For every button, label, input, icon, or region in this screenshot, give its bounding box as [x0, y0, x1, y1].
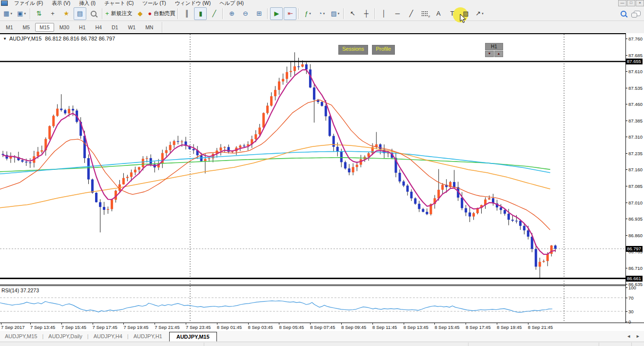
time-axis-label: 8 Sep 13:45	[404, 325, 429, 330]
vertical-line-button[interactable]: │	[377, 7, 390, 20]
crosshair-icon: ┼	[364, 10, 369, 17]
minimize-button[interactable]: —	[618, 0, 626, 6]
dropdown-arrow-icon[interactable]: ▾	[482, 12, 484, 16]
new-chart-icon: ▦	[3, 10, 9, 17]
trendline-button[interactable]: ╱	[405, 7, 417, 20]
toolbar-separator	[267, 8, 268, 19]
menu-item-1[interactable]: 表示 (V)	[47, 0, 75, 6]
timeframe-up-button[interactable]: ▲	[494, 51, 503, 57]
chart-tab-active[interactable]: AUDJPY,M15	[169, 332, 217, 342]
toolbar-separator	[298, 8, 299, 19]
chat-button[interactable]	[631, 7, 644, 20]
new-chart-button[interactable]: ▦▾	[1, 7, 14, 20]
price-tag-86797: 86.797	[626, 246, 643, 252]
timeframe-selector-label: H1	[485, 43, 503, 50]
zoom-in-button[interactable]: ⊕	[225, 7, 238, 20]
terminal-icon: ▤	[77, 10, 83, 17]
chevron-down-icon: ▼	[3, 37, 7, 41]
auto-scroll-button[interactable]: ▶	[270, 7, 283, 20]
chart-tab-1[interactable]: AUDJPY,Daily	[43, 332, 87, 341]
dropdown-arrow-icon[interactable]: ▾	[10, 12, 12, 16]
price-tag-86661: 86.661	[626, 276, 643, 282]
bar-chart-button[interactable]: ║	[180, 7, 193, 20]
market-watch-button[interactable]: ⇅	[33, 7, 45, 20]
fibonacci-icon	[421, 11, 428, 16]
timeframe-h1-button[interactable]: H1	[75, 23, 90, 32]
candlestick-chart-icon: ▮	[199, 10, 202, 17]
text-icon: A	[436, 10, 441, 17]
close-button[interactable]: ×	[636, 0, 644, 6]
rsi-tick-label: 30	[628, 309, 634, 314]
templates-button[interactable]: ▨▾	[329, 7, 341, 20]
tabs-scroll-left-button[interactable]: ◄	[626, 334, 631, 339]
timeframe-m1-button[interactable]: M1	[1, 23, 18, 32]
timeframe-d1-button[interactable]: D1	[107, 23, 122, 32]
dropdown-arrow-icon[interactable]: ▾	[24, 12, 26, 16]
rsi-tick-label: 0	[628, 319, 631, 325]
zoom-out-button[interactable]: ⊖	[239, 7, 252, 20]
time-axis-label: 8 Sep 01:45	[217, 325, 242, 330]
window-controls: —□×	[618, 0, 644, 6]
arrows-button[interactable]: ↗▾	[473, 7, 486, 20]
timeframe-mn-button[interactable]: MN	[141, 23, 157, 32]
timeframe-down-button[interactable]: ▼	[485, 51, 494, 57]
menu-item-4[interactable]: ツール (T)	[138, 0, 170, 6]
timeframe-h4-button[interactable]: H4	[91, 23, 106, 32]
metaeditor-button[interactable]: ◆	[134, 7, 147, 20]
menu-item-6[interactable]: ヘルプ (H)	[215, 0, 248, 6]
periods-icon: ◔	[318, 10, 322, 17]
restore-button[interactable]: □	[627, 0, 635, 6]
chart-shift-button[interactable]: ⇤	[284, 7, 296, 20]
terminal-button[interactable]: ▤	[74, 7, 86, 20]
chart-shift-icon: ⇤	[288, 10, 293, 17]
auto-trading-button[interactable]: ●自動売買	[148, 7, 176, 20]
timeframe-m5-button[interactable]: M5	[19, 23, 35, 32]
dropdown-arrow-icon[interactable]: ▾	[338, 12, 340, 16]
time-axis[interactable]: 7 Sep 20177 Sep 13:457 Sep 15:457 Sep 17…	[0, 323, 644, 331]
crosshair-button[interactable]: ┼	[360, 7, 372, 20]
cursor-button[interactable]: ↖	[346, 7, 359, 20]
rsi-chart-canvas[interactable]	[0, 286, 625, 323]
periods-button[interactable]: ◔▾	[315, 7, 328, 20]
toolbar-separator	[177, 8, 178, 19]
time-axis-label: 8 Sep 07:45	[310, 325, 335, 330]
data-window-button[interactable]: +	[46, 7, 59, 20]
strategy-tester-button[interactable]	[87, 7, 100, 20]
navigator-button[interactable]: ★	[60, 7, 73, 20]
menu-item-3[interactable]: チャート (C)	[100, 0, 138, 6]
profiles-button[interactable]: ▣▾	[15, 7, 28, 20]
chart-tab-2[interactable]: AUDJPY,H4	[89, 332, 127, 341]
text-button[interactable]: A	[432, 7, 445, 20]
menu-item-0[interactable]: ファイル (F)	[10, 0, 47, 6]
chart-tab-0[interactable]: AUDJPY,M15	[0, 332, 42, 341]
tile-windows-button[interactable]: ⊞	[253, 7, 265, 20]
line-chart-button[interactable]: ╱	[208, 7, 220, 20]
new-order-button[interactable]: +新規注文	[105, 7, 133, 20]
sessions-button[interactable]: Sessions	[338, 45, 368, 55]
price-tick-label: 87.385	[628, 118, 643, 123]
indicators-button[interactable]: ƒ▾	[301, 7, 314, 20]
candlestick-chart-button[interactable]: ▮	[194, 7, 207, 20]
horizontal-line-button[interactable]: ─	[391, 7, 404, 20]
search-button[interactable]	[617, 7, 630, 20]
time-axis-label: 7 Sep 19:45	[123, 325, 148, 330]
chart-tab-3[interactable]: AUDJPY,H1	[129, 332, 167, 341]
chat-icon	[634, 11, 641, 16]
tab-navigation: ◄ ►	[626, 334, 640, 339]
fibonacci-button[interactable]	[418, 7, 431, 20]
profile-button[interactable]: Profile	[372, 45, 395, 55]
time-axis-label: 8 Sep 03:45	[248, 325, 273, 330]
menu-item-2[interactable]: 挿入 (I)	[75, 0, 100, 6]
menu-item-5[interactable]: ウィンドウ (W)	[171, 0, 215, 6]
tabs-scroll-right-button[interactable]: ►	[636, 334, 640, 339]
timeframe-m15-button[interactable]: M15	[35, 23, 54, 32]
text-label-icon: T	[450, 10, 454, 17]
price-axis[interactable]: 87.76087.68587.61087.53587.46087.38587.3…	[625, 33, 644, 323]
main-chart-canvas[interactable]	[0, 33, 625, 285]
dropdown-arrow-icon[interactable]: ▾	[323, 12, 325, 16]
text-label-button[interactable]: T	[446, 7, 458, 20]
timeframe-m30-button[interactable]: M30	[55, 23, 74, 32]
new-order-icon: +	[105, 10, 109, 17]
dropdown-arrow-icon[interactable]: ▾	[309, 12, 311, 16]
timeframe-w1-button[interactable]: W1	[123, 23, 140, 32]
